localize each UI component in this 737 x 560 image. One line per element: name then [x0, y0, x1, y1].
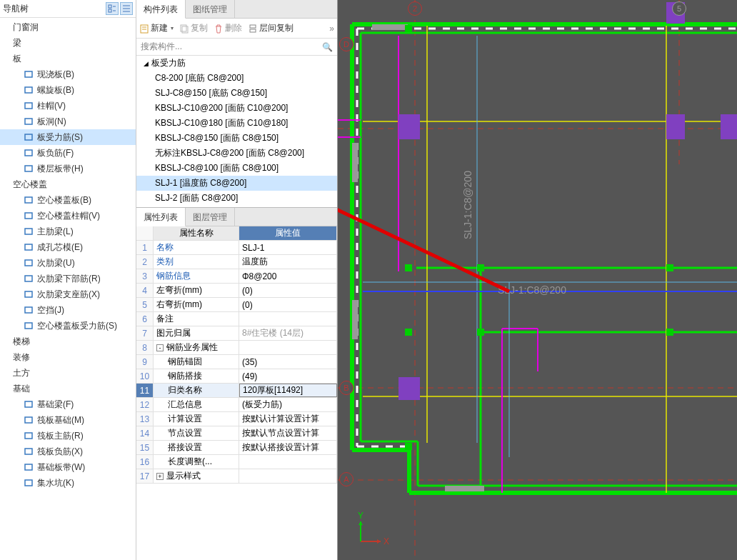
tab-property-list[interactable]: 属性列表: [136, 208, 186, 226]
svg-rect-7: [25, 150, 32, 156]
grid-label-a: A: [339, 472, 354, 486]
tree-group[interactable]: 门窗洞: [0, 19, 136, 35]
property-row[interactable]: 1名称SLJ-1: [136, 241, 337, 255]
tree-item[interactable]: 空挡(J): [0, 302, 136, 318]
new-button[interactable]: 新建▾: [139, 22, 174, 34]
tree-item[interactable]: 次肋梁支座筋(X): [0, 286, 136, 302]
component-item[interactable]: SLJ-1 [温度筋 C8@200]: [136, 176, 337, 191]
tab-drawing-manage[interactable]: 图纸管理: [186, 0, 235, 18]
tree-item[interactable]: 基础板带(W): [0, 459, 136, 475]
component-toolbar: 新建▾ 复制 删除 层间复制 »: [136, 19, 337, 39]
tree-group[interactable]: 基础: [0, 381, 136, 396]
property-row[interactable]: 10钢筋搭接(49): [136, 369, 337, 384]
tree-item[interactable]: 螺旋板(B): [0, 82, 136, 98]
svg-rect-15: [25, 291, 32, 297]
copy-button[interactable]: 复制: [179, 22, 208, 34]
property-table[interactable]: 属性名称属性值1名称SLJ-12类别温度筋3钢筋信息Φ8@2004左弯折(mm)…: [136, 226, 337, 560]
property-row[interactable]: 7图元归属8#住宅楼 (14层): [136, 326, 337, 341]
search-input[interactable]: 搜索构件... 🔍: [136, 39, 337, 56]
svg-rect-33: [721, 114, 737, 139]
property-row[interactable]: 6备注: [136, 312, 337, 326]
tree-item[interactable]: 集水坑(K): [0, 475, 136, 491]
tree-item[interactable]: 空心楼盖板受力筋(S): [0, 318, 136, 334]
component-group-header[interactable]: ◢板受力筋: [136, 56, 337, 71]
tree-item[interactable]: 板洞(N): [0, 114, 136, 129]
svg-rect-12: [25, 244, 32, 250]
tree-group[interactable]: 土方: [0, 365, 136, 381]
tree-item[interactable]: 空心楼盖板(B): [0, 192, 136, 208]
item-icon: [23, 210, 34, 221]
tree-item[interactable]: 板负筋(F): [0, 145, 136, 161]
grid-label-b: B: [339, 381, 354, 395]
property-row[interactable]: 17+显示样式: [136, 469, 337, 484]
item-icon: [23, 116, 34, 127]
property-row[interactable]: 13计算设置按默认计算设置计算: [136, 412, 337, 426]
tab-layer-manage[interactable]: 图层管理: [186, 208, 235, 226]
tree-view-button[interactable]: [106, 2, 119, 15]
tree-item[interactable]: 现浇板(B): [0, 66, 136, 82]
floor-copy-button[interactable]: 层间复制: [248, 22, 294, 34]
tree-item[interactable]: 主肋梁(L): [0, 224, 136, 239]
property-row[interactable]: 9钢筋锚固(35): [136, 355, 337, 369]
svg-rect-6: [25, 134, 32, 140]
tree-item[interactable]: 楼层板带(H): [0, 161, 136, 176]
anno-horizontal: SLJ-1:C8@200: [498, 284, 566, 296]
item-icon: [23, 320, 34, 331]
component-item[interactable]: 无标注KBSLJ-C8@200 [面筋 C8@200]: [136, 146, 337, 161]
svg-rect-39: [405, 264, 412, 271]
tree-group[interactable]: 梁: [0, 35, 136, 51]
svg-rect-30: [398, 377, 420, 400]
tree-item[interactable]: 筏板基础(M): [0, 412, 136, 428]
tree-group[interactable]: 楼梯: [0, 334, 136, 349]
svg-rect-16: [25, 307, 32, 313]
tree-item[interactable]: 次肋梁(U): [0, 255, 136, 271]
tree-group[interactable]: 板: [0, 51, 136, 66]
component-item[interactable]: SLJ-2 [面筋 C8@200]: [136, 191, 337, 206]
svg-rect-20: [25, 433, 32, 439]
svg-rect-37: [445, 486, 484, 491]
property-row[interactable]: 8-钢筋业务属性: [136, 341, 337, 355]
item-icon: [23, 289, 34, 300]
svg-rect-29: [398, 114, 420, 139]
property-row[interactable]: 15搭接设置按默认搭接设置计算: [136, 441, 337, 455]
property-row[interactable]: 2类别温度筋: [136, 255, 337, 269]
svg-rect-1: [109, 9, 111, 12]
tree-group[interactable]: 装修: [0, 349, 136, 365]
tree-item[interactable]: 基础梁(F): [0, 396, 136, 412]
component-item[interactable]: C8-200 [底筋 C8@200]: [136, 71, 337, 86]
viewport[interactable]: X Y 2 5 D B A SLJ-1:C8@200 SLJ-1:C8@200: [338, 0, 737, 560]
tree-group[interactable]: 空心楼盖: [0, 176, 136, 192]
tree-item[interactable]: 成孔芯模(E): [0, 239, 136, 255]
list-view-button[interactable]: [120, 2, 133, 15]
nav-tree[interactable]: 门窗洞梁板现浇板(B)螺旋板(B)柱帽(V)板洞(N)板受力筋(S)板负筋(F)…: [0, 18, 136, 560]
tree-item[interactable]: 柱帽(V): [0, 98, 136, 114]
tree-item[interactable]: 筏板主筋(R): [0, 428, 136, 444]
tree-item[interactable]: 筏板负筋(X): [0, 444, 136, 459]
svg-rect-22: [25, 464, 32, 470]
property-row[interactable]: 4左弯折(mm)(0): [136, 284, 337, 298]
component-item[interactable]: KBSLJ-C10@200 [面筋 C10@200]: [136, 101, 337, 116]
property-row[interactable]: 3钢筋信息Φ8@200: [136, 269, 337, 284]
tree-item[interactable]: 板受力筋(S): [0, 129, 136, 145]
delete-button[interactable]: 删除: [214, 22, 242, 34]
component-item[interactable]: KBSLJ-C10@180 [面筋 C10@180]: [136, 116, 337, 131]
cad-drawing: X Y: [338, 0, 737, 560]
svg-rect-17: [25, 323, 32, 329]
component-item[interactable]: SLJ-C8@150 [底筋 C8@150]: [136, 86, 337, 101]
tree-item[interactable]: 次肋梁下部筋(R): [0, 271, 136, 286]
property-row[interactable]: 14节点设置按默认节点设置计算: [136, 426, 337, 441]
svg-rect-27: [250, 25, 256, 28]
component-item[interactable]: KBSLJ-C8@150 [面筋 C8@150]: [136, 131, 337, 146]
item-icon: [23, 147, 34, 159]
svg-rect-2: [25, 71, 32, 77]
svg-rect-43: [477, 329, 484, 336]
component-item[interactable]: KBSLJ-C8@100 [面筋 C8@100]: [136, 161, 337, 176]
property-row[interactable]: 5右弯折(mm)(0): [136, 298, 337, 312]
component-list[interactable]: ◢板受力筋C8-200 [底筋 C8@200]SLJ-C8@150 [底筋 C8…: [136, 56, 337, 207]
property-row[interactable]: 16长度调整(...: [136, 455, 337, 469]
property-row[interactable]: 11归类名称120厚板[11492]: [136, 384, 337, 398]
property-row[interactable]: 12汇总信息(板受力筋): [136, 398, 337, 412]
svg-rect-45: [666, 329, 673, 336]
tree-item[interactable]: 空心楼盖柱帽(V): [0, 208, 136, 224]
tab-component-list[interactable]: 构件列表: [136, 0, 186, 19]
